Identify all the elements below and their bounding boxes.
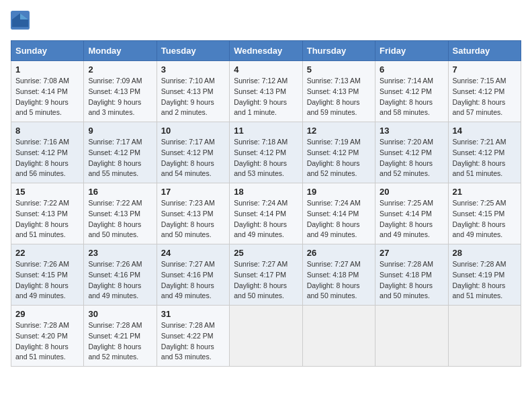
header-day-thursday: Thursday	[302, 41, 375, 61]
day-number: 13	[380, 126, 443, 136]
day-number: 15	[15, 187, 79, 197]
calendar-cell: 18Sunrise: 7:24 AMSunset: 4:14 PMDayligh…	[230, 183, 302, 244]
calendar-cell: 23Sunrise: 7:26 AMSunset: 4:16 PMDayligh…	[84, 244, 157, 306]
day-number: 18	[234, 187, 298, 197]
day-number: 3	[161, 64, 225, 75]
header-day-friday: Friday	[375, 41, 448, 61]
calendar-cell: 31Sunrise: 7:28 AMSunset: 4:22 PMDayligh…	[157, 306, 229, 367]
calendar-cell: 24Sunrise: 7:27 AMSunset: 4:16 PMDayligh…	[157, 244, 229, 306]
day-number: 7	[453, 64, 517, 75]
calendar-cell: 1Sunrise: 7:08 AMSunset: 4:14 PMDaylight…	[11, 61, 84, 122]
day-info: Sunrise: 7:28 AMSunset: 4:18 PMDaylight:…	[380, 259, 443, 302]
calendar-cell: 5Sunrise: 7:13 AMSunset: 4:13 PMDaylight…	[302, 61, 375, 122]
day-info: Sunrise: 7:13 AMSunset: 4:13 PMDaylight:…	[307, 76, 371, 118]
day-number: 4	[234, 64, 298, 75]
day-info: Sunrise: 7:28 AMSunset: 4:19 PMDaylight:…	[453, 259, 517, 302]
header-day-wednesday: Wednesday	[230, 41, 302, 61]
calendar-cell: 9Sunrise: 7:17 AMSunset: 4:12 PMDaylight…	[84, 122, 157, 183]
calendar-cell: 16Sunrise: 7:22 AMSunset: 4:13 PMDayligh…	[84, 183, 157, 244]
day-number: 21	[453, 187, 517, 197]
day-number: 17	[161, 187, 225, 197]
calendar-cell: 3Sunrise: 7:10 AMSunset: 4:13 PMDaylight…	[157, 61, 229, 122]
calendar-cell: 30Sunrise: 7:28 AMSunset: 4:21 PMDayligh…	[84, 306, 157, 367]
day-info: Sunrise: 7:25 AMSunset: 4:15 PMDaylight:…	[453, 198, 517, 240]
calendar-cell: 4Sunrise: 7:12 AMSunset: 4:13 PMDaylight…	[230, 61, 302, 122]
calendar-cell: 29Sunrise: 7:28 AMSunset: 4:20 PMDayligh…	[11, 306, 84, 367]
day-number: 23	[88, 248, 152, 258]
day-info: Sunrise: 7:17 AMSunset: 4:12 PMDaylight:…	[161, 137, 225, 179]
calendar-week-2: 8Sunrise: 7:16 AMSunset: 4:12 PMDaylight…	[11, 122, 521, 183]
day-number: 1	[15, 64, 79, 75]
day-number: 27	[380, 248, 443, 258]
day-number: 25	[234, 248, 298, 258]
day-info: Sunrise: 7:09 AMSunset: 4:13 PMDaylight:…	[88, 76, 152, 118]
day-info: Sunrise: 7:22 AMSunset: 4:13 PMDaylight:…	[15, 198, 79, 240]
day-number: 22	[15, 248, 79, 258]
header-day-monday: Monday	[84, 41, 157, 61]
day-info: Sunrise: 7:28 AMSunset: 4:22 PMDaylight:…	[161, 320, 225, 363]
day-info: Sunrise: 7:22 AMSunset: 4:13 PMDaylight:…	[88, 198, 152, 240]
calendar-cell: 22Sunrise: 7:26 AMSunset: 4:15 PMDayligh…	[11, 244, 84, 306]
day-number: 31	[161, 309, 225, 319]
day-number: 12	[307, 126, 371, 136]
header-day-tuesday: Tuesday	[157, 41, 229, 61]
day-info: Sunrise: 7:28 AMSunset: 4:20 PMDaylight:…	[15, 320, 79, 363]
page-header	[11, 11, 521, 32]
day-info: Sunrise: 7:08 AMSunset: 4:14 PMDaylight:…	[15, 76, 79, 118]
calendar-cell: 6Sunrise: 7:14 AMSunset: 4:12 PMDaylight…	[375, 61, 448, 122]
calendar-cell: 19Sunrise: 7:24 AMSunset: 4:14 PMDayligh…	[302, 183, 375, 244]
day-info: Sunrise: 7:27 AMSunset: 4:16 PMDaylight:…	[161, 259, 225, 302]
header-day-saturday: Saturday	[448, 41, 521, 61]
day-number: 30	[88, 309, 152, 319]
day-info: Sunrise: 7:17 AMSunset: 4:12 PMDaylight:…	[88, 137, 152, 179]
day-info: Sunrise: 7:16 AMSunset: 4:12 PMDaylight:…	[15, 137, 79, 179]
day-info: Sunrise: 7:19 AMSunset: 4:12 PMDaylight:…	[307, 137, 371, 179]
calendar-cell: 13Sunrise: 7:20 AMSunset: 4:12 PMDayligh…	[375, 122, 448, 183]
calendar-header: SundayMondayTuesdayWednesdayThursdayFrid…	[11, 41, 521, 61]
day-info: Sunrise: 7:23 AMSunset: 4:13 PMDaylight:…	[161, 198, 225, 240]
calendar-cell: 21Sunrise: 7:25 AMSunset: 4:15 PMDayligh…	[448, 183, 521, 244]
day-info: Sunrise: 7:10 AMSunset: 4:13 PMDaylight:…	[161, 76, 225, 118]
calendar-cell: 12Sunrise: 7:19 AMSunset: 4:12 PMDayligh…	[302, 122, 375, 183]
day-info: Sunrise: 7:14 AMSunset: 4:12 PMDaylight:…	[380, 76, 443, 118]
day-number: 2	[88, 64, 152, 75]
day-info: Sunrise: 7:20 AMSunset: 4:12 PMDaylight:…	[380, 137, 443, 179]
calendar-week-3: 15Sunrise: 7:22 AMSunset: 4:13 PMDayligh…	[11, 183, 521, 244]
calendar-week-4: 22Sunrise: 7:26 AMSunset: 4:15 PMDayligh…	[11, 244, 521, 306]
day-number: 24	[161, 248, 225, 258]
calendar-cell: 27Sunrise: 7:28 AMSunset: 4:18 PMDayligh…	[375, 244, 448, 306]
calendar-cell: 11Sunrise: 7:18 AMSunset: 4:12 PMDayligh…	[230, 122, 302, 183]
day-number: 28	[453, 248, 517, 258]
calendar-body: 1Sunrise: 7:08 AMSunset: 4:14 PMDaylight…	[11, 61, 521, 367]
day-number: 10	[161, 126, 225, 136]
day-info: Sunrise: 7:21 AMSunset: 4:12 PMDaylight:…	[453, 137, 517, 179]
calendar-cell	[448, 306, 521, 367]
day-info: Sunrise: 7:28 AMSunset: 4:21 PMDaylight:…	[88, 320, 152, 363]
day-number: 26	[307, 248, 371, 258]
calendar-cell: 26Sunrise: 7:27 AMSunset: 4:18 PMDayligh…	[302, 244, 375, 306]
day-info: Sunrise: 7:15 AMSunset: 4:12 PMDaylight:…	[453, 76, 517, 118]
day-number: 29	[15, 309, 79, 319]
day-info: Sunrise: 7:24 AMSunset: 4:14 PMDaylight:…	[307, 198, 371, 240]
day-info: Sunrise: 7:24 AMSunset: 4:14 PMDaylight:…	[234, 198, 298, 240]
day-number: 9	[88, 126, 152, 136]
calendar-week-1: 1Sunrise: 7:08 AMSunset: 4:14 PMDaylight…	[11, 61, 521, 122]
calendar-cell: 20Sunrise: 7:25 AMSunset: 4:14 PMDayligh…	[375, 183, 448, 244]
calendar-cell: 8Sunrise: 7:16 AMSunset: 4:12 PMDaylight…	[11, 122, 84, 183]
calendar-cell: 10Sunrise: 7:17 AMSunset: 4:12 PMDayligh…	[157, 122, 229, 183]
logo	[11, 11, 32, 32]
day-info: Sunrise: 7:25 AMSunset: 4:14 PMDaylight:…	[380, 198, 443, 240]
day-number: 16	[88, 187, 152, 197]
calendar-cell	[230, 306, 302, 367]
calendar-table: SundayMondayTuesdayWednesdayThursdayFrid…	[11, 40, 521, 367]
calendar-cell: 25Sunrise: 7:27 AMSunset: 4:17 PMDayligh…	[230, 244, 302, 306]
day-number: 6	[380, 64, 443, 75]
calendar-week-5: 29Sunrise: 7:28 AMSunset: 4:20 PMDayligh…	[11, 306, 521, 367]
logo-icon	[11, 11, 30, 32]
day-number: 14	[453, 126, 517, 136]
calendar-cell	[375, 306, 448, 367]
day-number: 20	[380, 187, 443, 197]
day-info: Sunrise: 7:27 AMSunset: 4:18 PMDaylight:…	[307, 259, 371, 302]
header-day-sunday: Sunday	[11, 41, 84, 61]
calendar-cell: 17Sunrise: 7:23 AMSunset: 4:13 PMDayligh…	[157, 183, 229, 244]
